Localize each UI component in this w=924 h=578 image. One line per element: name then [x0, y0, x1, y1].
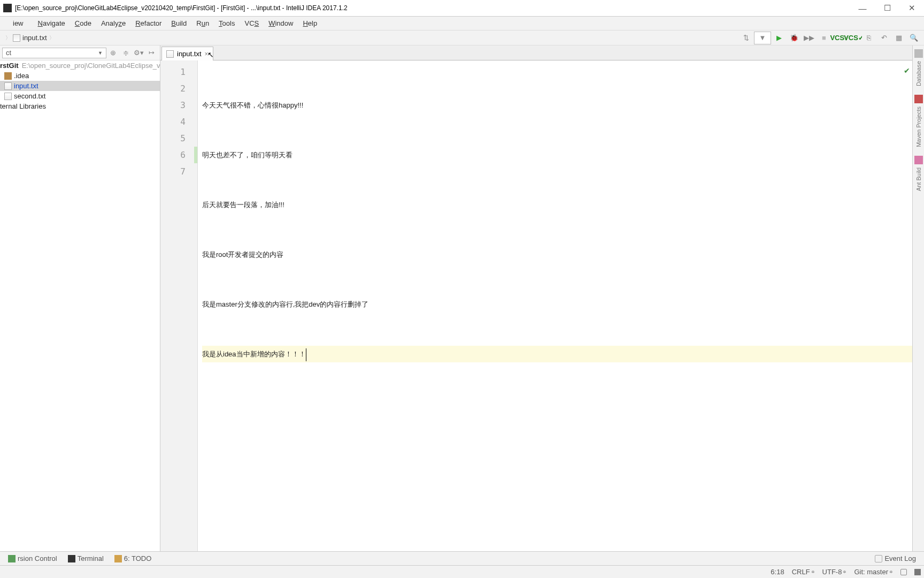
caret-position[interactable]: 6:18	[771, 568, 784, 576]
menu-window[interactable]: Window	[264, 18, 298, 29]
ant-tool-button[interactable]: Ant Build	[914, 154, 923, 195]
search-everywhere-button[interactable]: 🔍	[907, 32, 921, 44]
line-number[interactable]: 5	[160, 130, 197, 147]
line-number[interactable]: 4	[160, 113, 197, 130]
scroll-from-source-button[interactable]: ⊕	[106, 47, 119, 59]
project-root-node[interactable]: rstGit E:\open_source_proj\CloneGitLab4E…	[0, 60, 160, 71]
text-file-icon	[13, 34, 20, 42]
menu-view[interactable]: iew	[3, 18, 33, 29]
ant-label: Ant Build	[915, 165, 922, 193]
editor-tab-label: input.txt	[177, 50, 202, 58]
tree-item-label: second.txt	[14, 92, 45, 100]
external-libraries-label: ternal Libraries	[0, 102, 46, 110]
line-number[interactable]: 1	[160, 64, 197, 80]
sync-button[interactable]: ⇅	[739, 32, 753, 44]
stop-button[interactable]: ■	[817, 32, 831, 44]
code-area[interactable]: 今天天气很不错，心情很happy!!! 明天也差不了，咱们等明天看 后天就要告一…	[198, 60, 912, 551]
breadcrumb-label: input.txt	[22, 34, 47, 42]
database-label: Database	[915, 59, 922, 88]
code-line[interactable]: 明天也差不了，咱们等明天看	[202, 147, 912, 163]
code-line[interactable]: 后天就要告一段落，加油!!!	[202, 196, 912, 213]
bottom-tool-strip: rsion Control Terminal 6: TODO Event Log	[0, 551, 924, 565]
debug-button[interactable]: 🐞	[787, 32, 801, 44]
vcs-revert-button[interactable]: ↶	[877, 32, 891, 44]
menu-code[interactable]: Code	[70, 18, 96, 29]
text-file-icon	[4, 82, 12, 90]
project-tool-window: ct ▼ ⊕ ≑ ⚙▾ ↦ rstGit E:\open_source_proj…	[0, 45, 160, 551]
text-file-icon	[166, 50, 174, 58]
project-view-selector[interactable]: ct ▼	[2, 48, 106, 58]
code-line[interactable]: 我是master分支修改的内容行,我把dev的内容行删掉了	[202, 296, 912, 313]
inspection-ok-icon[interactable]: ✔	[904, 63, 910, 79]
menu-refactor[interactable]: Refactor	[130, 18, 166, 29]
menu-vcs[interactable]: VCS	[240, 18, 264, 29]
tree-file-second[interactable]: second.txt	[0, 91, 160, 101]
external-libraries-node[interactable]: ternal Libraries	[0, 101, 160, 111]
menu-build[interactable]: Build	[166, 18, 191, 29]
code-line[interactable]: 今天天气很不错，心情很happy!!!	[202, 97, 912, 113]
maximize-button[interactable]: ☐	[875, 0, 899, 17]
menu-tools[interactable]: Tools	[214, 18, 240, 29]
navigation-bar: 〉 input.txt 〉 ⇅ ▼ ▶ 🐞 ▶▶ ■ VCS↓ VCS✓ ⎘ ↶…	[0, 31, 924, 45]
line-number[interactable]: 2	[160, 80, 197, 97]
window-controls: — ☐ ✕	[850, 0, 924, 17]
code-line[interactable]: 我是root开发者提交的内容	[202, 246, 912, 263]
close-tab-icon[interactable]: ×	[205, 50, 209, 58]
todo-label: 6: TODO	[124, 554, 152, 562]
breadcrumb-file[interactable]: input.txt	[13, 34, 47, 42]
minimize-button[interactable]: —	[850, 0, 875, 17]
text-file-icon	[4, 93, 12, 100]
close-window-button[interactable]: ✕	[899, 0, 924, 17]
todo-icon	[114, 555, 122, 562]
chevron-right-icon: 〉	[5, 34, 11, 42]
vcs-history-button[interactable]: ⎘	[862, 32, 876, 44]
line-number[interactable]: 3	[160, 97, 197, 113]
line-separator[interactable]: CRLF≑	[792, 568, 815, 576]
settings-gear-icon[interactable]: ⚙▾	[132, 47, 145, 59]
window-title: [E:\open_source_proj\CloneGitLab4Eclipse…	[15, 4, 850, 12]
terminal-tool-button[interactable]: Terminal	[63, 553, 109, 564]
event-log-button[interactable]: Event Log	[870, 553, 921, 564]
project-header: ct ▼ ⊕ ≑ ⚙▾ ↦	[0, 45, 160, 60]
run-config-dropdown[interactable]: ▼	[754, 32, 771, 44]
status-bar: 6:18 CRLF≑ UTF-8≑ Git: master≑	[0, 565, 924, 578]
menu-navigate[interactable]: Navigate	[33, 18, 70, 29]
version-control-tool-button[interactable]: rsion Control	[3, 553, 62, 564]
menu-run[interactable]: Run	[191, 18, 214, 29]
editor-tab-input[interactable]: input.txt ×	[161, 47, 213, 60]
read-only-toggle-icon[interactable]	[900, 569, 907, 575]
vcs-commit-button[interactable]: VCS✓	[847, 32, 861, 44]
hector-icon[interactable]	[914, 569, 921, 575]
file-encoding[interactable]: UTF-8≑	[822, 568, 847, 576]
main-panel: ct ▼ ⊕ ≑ ⚙▾ ↦ rstGit E:\open_source_proj…	[0, 45, 924, 551]
tree-file-input[interactable]: input.txt	[0, 81, 160, 91]
collapse-all-button[interactable]: ≑	[119, 47, 132, 59]
line-number[interactable]: 7	[160, 163, 197, 180]
git-branch[interactable]: Git: master≑	[854, 568, 893, 576]
database-tool-button[interactable]: Database	[914, 48, 923, 90]
todo-tool-button[interactable]: 6: TODO	[110, 553, 157, 564]
run-coverage-button[interactable]: ▶▶	[802, 32, 816, 44]
menu-bar: iew Navigate Code Analyze Refactor Build…	[0, 17, 924, 31]
terminal-label: Terminal	[78, 554, 104, 562]
terminal-icon	[68, 555, 75, 562]
gutter[interactable]: 1 2 3 4 5 6 7	[160, 60, 198, 551]
menu-help[interactable]: Help	[298, 18, 322, 29]
editor-body: 1 2 3 4 5 6 7 今天天气很不错，心情很happy!!! 明天也差不了…	[160, 60, 912, 551]
code-line[interactable]: 我是从idea当中新增的内容！！！	[202, 346, 912, 362]
right-tool-strip: Database Maven Projects Ant Build	[912, 45, 924, 551]
project-root-name: rstGit	[0, 62, 19, 70]
code-line[interactable]	[202, 396, 912, 412]
editor: input.txt × 1 2 3 4 5 6 7 今天天气很不错，心情很hap…	[160, 45, 912, 551]
menu-analyze[interactable]: Analyze	[96, 18, 130, 29]
title-bar: [E:\open_source_proj\CloneGitLab4Eclipse…	[0, 0, 924, 17]
maven-tool-button[interactable]: Maven Projects	[914, 93, 923, 151]
hide-button[interactable]: ↦	[145, 47, 158, 59]
event-log-label: Event Log	[884, 554, 916, 562]
project-tree[interactable]: rstGit E:\open_source_proj\CloneGitLab4E…	[0, 60, 160, 551]
tree-folder-idea[interactable]: .idea	[0, 71, 160, 81]
project-structure-button[interactable]: ▦	[892, 32, 906, 44]
version-control-label: rsion Control	[18, 554, 57, 562]
line-number[interactable]: 6	[160, 147, 197, 163]
run-button[interactable]: ▶	[772, 32, 786, 44]
